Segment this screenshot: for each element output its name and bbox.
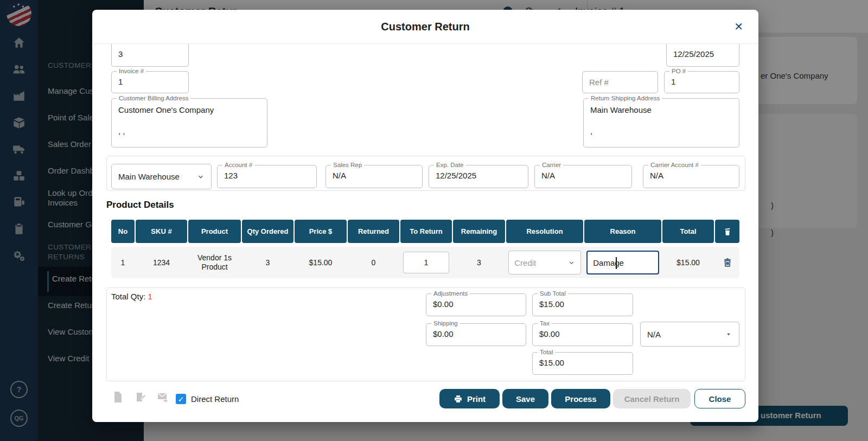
- carrier-label: Carrier: [540, 161, 563, 169]
- return-shipping-address-line2: ,: [584, 114, 739, 136]
- print-label: Print: [467, 394, 486, 404]
- product-details-heading: Product Details: [106, 200, 174, 210]
- sub-total-label: Sub Total: [538, 290, 568, 297]
- product-table-header: No SKU # Product Qty Ordered Price $ Ret…: [111, 220, 739, 243]
- tax-label: Tax: [538, 319, 552, 327]
- return-shipping-address-label: Return Shipping Address: [589, 94, 662, 102]
- carrier-account-field[interactable]: Carrier Account # N/A: [643, 165, 739, 188]
- warehouse-select-value: Main Warehouse: [118, 172, 180, 181]
- col-reason: Reason: [584, 220, 661, 243]
- col-to-return: To Return: [400, 220, 452, 243]
- dropdown-arrow-icon: [725, 330, 732, 338]
- edit-note-button[interactable]: [134, 391, 147, 404]
- warehouse-select[interactable]: Main Warehouse: [111, 164, 212, 189]
- edit-note-icon: [134, 391, 147, 404]
- row-resolution-cell: Credit: [506, 251, 583, 274]
- invoice-number-field[interactable]: Invoice # 1: [111, 71, 189, 93]
- print-button[interactable]: Print: [439, 389, 500, 408]
- trash-icon: [722, 257, 733, 268]
- total-qty-value: 1: [148, 292, 152, 301]
- adjustments-label: Adjustments: [431, 290, 470, 297]
- customer-billing-address-field[interactable]: Customer Billing Address Customer One's …: [111, 98, 267, 148]
- modal-content: 3 12/25/2025 Invoice # 1 Ref # PO # 1 Cu…: [92, 44, 758, 422]
- cancel-return-label: Cancel Return: [624, 394, 680, 404]
- total-qty-label: Total Qty:: [111, 292, 145, 301]
- delete-all-rows-button[interactable]: [715, 220, 739, 243]
- tax-select[interactable]: N/A: [640, 322, 739, 347]
- reason-input[interactable]: Damage: [586, 251, 659, 274]
- col-no: No: [111, 220, 135, 243]
- document-icon: [111, 391, 124, 404]
- row-remaining: 3: [453, 258, 505, 267]
- col-returned: Returned: [348, 220, 399, 243]
- return-date-field[interactable]: 12/25/2025: [666, 44, 739, 67]
- text-cursor: [616, 257, 617, 269]
- account-number-label: Account #: [222, 161, 254, 169]
- sub-total-field[interactable]: Sub Total $15.00: [532, 293, 633, 316]
- tax-select-value: N/A: [647, 330, 661, 339]
- product-table: No SKU # Product Qty Ordered Price $ Ret…: [111, 220, 739, 278]
- tax-field[interactable]: Tax $0.00: [532, 323, 633, 346]
- modal-title: Customer Return: [92, 21, 758, 33]
- col-sku: SKU #: [136, 220, 187, 243]
- return-date-value: 12/25/2025: [667, 44, 739, 59]
- ref-number-placeholder: Ref #: [583, 72, 658, 87]
- close-button[interactable]: Close: [694, 389, 745, 408]
- send-email-button[interactable]: [156, 391, 169, 404]
- exp-date-field[interactable]: Exp. Date 12/25/2025: [429, 165, 528, 188]
- col-price: Price $: [295, 220, 347, 243]
- close-icon[interactable]: ✕: [734, 20, 743, 33]
- row-price: $15.00: [295, 258, 347, 267]
- resolution-select[interactable]: Credit: [508, 251, 580, 274]
- carrier-field[interactable]: Carrier N/A: [534, 165, 632, 188]
- account-number-field[interactable]: Account # 123: [217, 165, 317, 188]
- shipping-label: Shipping: [431, 319, 460, 327]
- customer-return-modal: Customer Return ✕ 3 12/25/2025 Invoice #…: [92, 10, 758, 422]
- return-shipping-address-field[interactable]: Return Shipping Address Main Warehouse ,: [583, 98, 739, 148]
- save-button[interactable]: Save: [502, 389, 548, 408]
- checkmark-icon: ✓: [178, 395, 184, 404]
- po-number-label: PO #: [669, 67, 688, 75]
- customer-billing-address-line2: , ,: [112, 114, 267, 136]
- exp-date-label: Exp. Date: [434, 161, 466, 169]
- col-resolution: Resolution: [506, 220, 583, 243]
- process-label: Process: [565, 394, 596, 404]
- total-qty: Total Qty: 1: [111, 292, 152, 301]
- trash-icon: [723, 227, 732, 237]
- col-qty-ordered: Qty Ordered: [242, 220, 293, 243]
- delete-row-button[interactable]: [715, 257, 739, 268]
- col-total: Total: [662, 220, 714, 243]
- sales-rep-field[interactable]: Sales Rep N/A: [326, 165, 423, 188]
- printer-icon: [454, 394, 463, 404]
- save-label: Save: [516, 394, 535, 404]
- process-button[interactable]: Process: [551, 389, 610, 408]
- ref-number-field[interactable]: Ref #: [582, 71, 658, 93]
- col-remaining: Remaining: [453, 220, 505, 243]
- invoice-number-label: Invoice #: [117, 67, 146, 75]
- adjustments-field[interactable]: Adjustments $0.00: [426, 293, 526, 316]
- return-qty-value: 3: [112, 44, 188, 59]
- to-return-input[interactable]: 1: [403, 252, 450, 273]
- product-table-row: 1 1234 Vendor 1s Product 3 $15.00 0 1 3 …: [111, 247, 739, 278]
- row-sku: 1234: [136, 258, 187, 267]
- customer-billing-address-label: Customer Billing Address: [117, 94, 190, 102]
- sales-rep-label: Sales Rep: [331, 161, 364, 169]
- resolution-select-value: Credit: [514, 258, 536, 267]
- shipping-field[interactable]: Shipping $0.00: [426, 323, 526, 346]
- row-returned: 0: [348, 258, 399, 267]
- email-forward-icon: [156, 391, 169, 404]
- carrier-account-label: Carrier Account #: [648, 161, 701, 169]
- col-product: Product: [188, 220, 241, 243]
- chevron-down-icon: [197, 173, 205, 181]
- po-number-field[interactable]: PO # 1: [664, 71, 739, 93]
- row-qty-ordered: 3: [242, 258, 293, 267]
- chevron-down-icon: [568, 259, 575, 266]
- row-to-return-cell: 1: [400, 252, 452, 273]
- grand-total-field[interactable]: Total $15.00: [532, 352, 633, 375]
- return-qty-field[interactable]: 3: [111, 44, 189, 67]
- row-total: $15.00: [662, 258, 714, 267]
- document-button[interactable]: [111, 391, 124, 404]
- direct-return-label: Direct Return: [191, 394, 239, 404]
- row-no: 1: [111, 258, 135, 267]
- direct-return-checkbox[interactable]: ✓: [176, 394, 186, 404]
